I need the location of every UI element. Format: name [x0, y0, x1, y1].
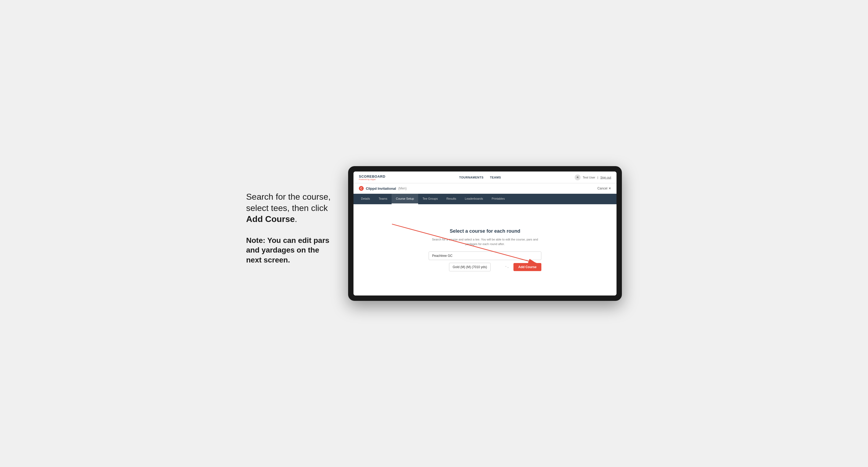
sign-out-link[interactable]: Sign out — [600, 176, 611, 179]
app-logo: SCOREBOARD Powered by clippd — [359, 174, 385, 180]
tee-select-wrapper: Gold (M) (M) (7010 yds) — [429, 263, 511, 271]
page-wrapper: Search for the course, select tees, then… — [246, 166, 622, 301]
header-right: R Test User | Sign out — [575, 175, 611, 180]
content-desc: Search for a course and select a tee. Yo… — [429, 237, 541, 246]
tournament-type: (Men) — [398, 187, 407, 190]
app-header: SCOREBOARD Powered by clippd TOURNAMENTS… — [353, 172, 617, 183]
tab-leaderboards[interactable]: Leaderboards — [461, 194, 488, 204]
tab-details[interactable]: Details — [357, 194, 374, 204]
tournament-header: C Clippd Invitational (Men) Cancel ✕ — [353, 183, 617, 194]
tee-selector-row: Gold (M) (M) (7010 yds) Add Course — [429, 263, 541, 271]
clippd-icon: C — [359, 186, 364, 191]
cancel-button[interactable]: Cancel ✕ — [597, 187, 611, 190]
cancel-label: Cancel — [597, 187, 608, 190]
user-label: Test User — [583, 176, 595, 179]
logo-sub: Powered by clippd — [359, 179, 385, 180]
tablet-screen: SCOREBOARD Powered by clippd TOURNAMENTS… — [353, 172, 617, 295]
tab-results[interactable]: Results — [442, 194, 461, 204]
note-text: Note: You can edit pars and yardages on … — [246, 236, 332, 265]
logo-text: SCOREBOARD — [359, 175, 385, 179]
tournament-title: C Clippd Invitational (Men) — [359, 186, 407, 191]
tab-course-setup[interactable]: Course Setup — [392, 194, 418, 204]
tab-tee-groups[interactable]: Tee Groups — [418, 194, 442, 204]
main-content: Select a course for each round Search fo… — [353, 204, 617, 295]
instruction-text: Search for the course, select tees, then… — [246, 191, 332, 225]
main-nav: TOURNAMENTS TEAMS — [459, 176, 501, 179]
tab-teams[interactable]: Teams — [374, 194, 392, 204]
course-search-input[interactable] — [429, 251, 541, 260]
tab-nav: Details Teams Course Setup Tee Groups Re… — [353, 194, 617, 204]
content-card: Select a course for each round Search fo… — [429, 228, 541, 271]
content-title: Select a course for each round — [429, 228, 541, 234]
nav-tournaments[interactable]: TOURNAMENTS — [459, 176, 484, 179]
tablet-device: SCOREBOARD Powered by clippd TOURNAMENTS… — [348, 166, 622, 301]
nav-teams[interactable]: TEAMS — [490, 176, 501, 179]
cancel-icon: ✕ — [609, 187, 611, 190]
instructions-panel: Search for the course, select tees, then… — [246, 191, 332, 276]
add-course-button[interactable]: Add Course — [514, 263, 541, 271]
logo-brand: SCOREBOARD Powered by clippd — [359, 174, 385, 180]
separator: | — [597, 176, 598, 179]
tab-printables[interactable]: Printables — [488, 194, 509, 204]
tournament-name: Clippd Invitational — [366, 187, 396, 191]
user-avatar: R — [575, 175, 581, 180]
tee-select[interactable]: Gold (M) (M) (7010 yds) — [449, 263, 491, 271]
